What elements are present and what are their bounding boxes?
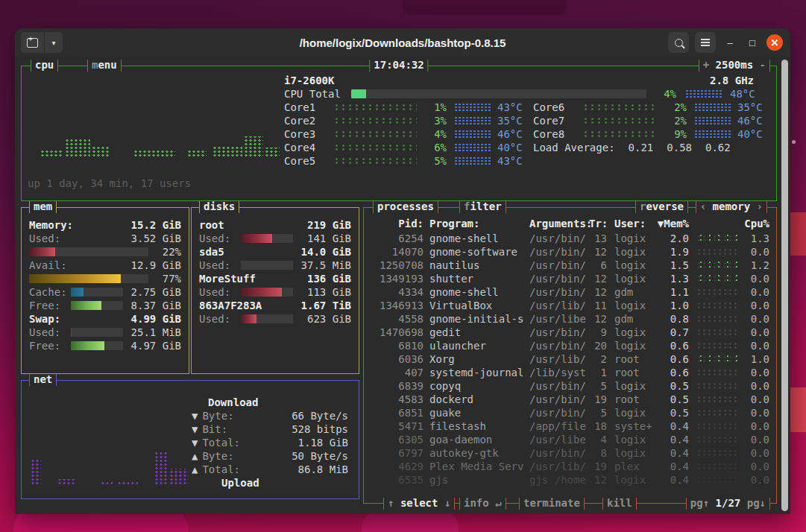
net-box-title: net bbox=[29, 374, 57, 386]
net-row-label: Bit: bbox=[202, 422, 227, 436]
mem-box: mem Memory:15.2 GiB Used:3.52 GiB 22% Av… bbox=[21, 207, 189, 374]
kill-button[interactable]: kill bbox=[602, 498, 637, 510]
process-row[interactable]: 1349193shutter/usr/bin/12logix1.30.0 bbox=[370, 272, 769, 285]
col-cpu[interactable]: Cpu% bbox=[740, 217, 769, 230]
core-temp-graph bbox=[454, 156, 491, 165]
titlebar[interactable]: ▾ /home/logix/Downloads/bashtop-0.8.15 –… bbox=[15, 28, 790, 57]
process-row[interactable]: 14070gnome-software/usr/bin/12logix1.90.… bbox=[370, 245, 769, 259]
minimize-button[interactable]: – bbox=[722, 34, 738, 51]
chevron-down-icon: ▾ bbox=[51, 39, 55, 47]
maximize-button[interactable]: □ bbox=[744, 34, 761, 51]
process-row[interactable]: 6305goa-daemon/usr/libe4logix0.40.0 bbox=[370, 433, 769, 446]
clock: 17:04:32 bbox=[369, 60, 428, 72]
col-mem[interactable]: ▼Mem% bbox=[656, 217, 689, 230]
filter-button[interactable]: filter bbox=[459, 201, 506, 213]
new-tab-button[interactable] bbox=[21, 32, 45, 53]
process-row[interactable]: 1250708nautilus/usr/bin/6logix1.51.2 bbox=[370, 259, 769, 272]
cpu-core-row: Core72%46°C bbox=[533, 114, 770, 127]
terminal-content: cpu menu 17:04:32 + 2500ms - i7-2600K 2 bbox=[15, 57, 790, 514]
mem-swap-label: Swap: bbox=[29, 312, 60, 326]
cpu-core-row: Core34%46°C bbox=[284, 127, 530, 141]
process-row[interactable]: 4334gnome-shell/usr/bin/12gdm1.10.0 bbox=[370, 285, 769, 299]
process-row[interactable]: 6254gnome-shell/usr/bin/13logix2.01.3 bbox=[370, 232, 769, 245]
mem-avail-value: 12.9 GiB bbox=[131, 259, 181, 272]
mem-used-label: Used: bbox=[29, 232, 60, 245]
col-program[interactable]: Program: bbox=[429, 217, 525, 230]
close-button[interactable]: ✕ bbox=[766, 34, 783, 51]
cpu-total-bar bbox=[351, 89, 646, 98]
mem-avail-bar-row: 77% bbox=[29, 272, 181, 285]
cpu-graph-cluster bbox=[244, 136, 263, 157]
disk-name-row: sda514.0 GiB bbox=[199, 245, 351, 259]
download-header: Download bbox=[208, 396, 258, 409]
core-usage-graph bbox=[333, 158, 417, 165]
process-row[interactable]: 6810ulauncher/usr/bin/20logix0.60.0 bbox=[370, 339, 769, 352]
disk-used-row: Used:37.5 MiB bbox=[199, 259, 351, 272]
menu-button[interactable] bbox=[695, 32, 716, 53]
cpu-box: cpu menu 17:04:32 + 2500ms - i7-2600K 2 bbox=[21, 66, 777, 201]
process-row[interactable]: 4583dockerd/usr/bin/19root0.50.0 bbox=[370, 393, 769, 406]
cpu-total-label: CPU Total bbox=[284, 87, 348, 101]
load-average-value: 0.58 bbox=[667, 141, 692, 154]
load-average-row: Load Average:0.210.580.62 bbox=[533, 141, 770, 154]
core-usage-graph bbox=[333, 131, 417, 138]
process-row[interactable]: 5471filestash/app/file18syste+0.40.0 bbox=[370, 419, 769, 433]
process-cpu-graph bbox=[696, 449, 738, 457]
process-row[interactable]: 6535gjsgjs /home12logix0.40.0 bbox=[370, 473, 769, 487]
download-arrow-icon: ▼ bbox=[192, 422, 198, 436]
upload-arrow-icon: ▲ bbox=[192, 463, 198, 476]
process-row[interactable]: 407systemd-journal/lib/syst1root0.60.0 bbox=[370, 366, 769, 379]
cpu-model-row: i7-2600K 2.8 GHz bbox=[284, 74, 754, 87]
col-pid[interactable]: Pid: bbox=[370, 217, 424, 230]
mem-used-bar-row: 22% bbox=[29, 245, 181, 259]
cpu-graph-cluster bbox=[133, 149, 175, 157]
process-row[interactable]: 4558gnome-initial-s/usr/libe12gdm0.80.0 bbox=[370, 312, 769, 326]
net-graph-cluster bbox=[57, 479, 75, 485]
net-row-value: 528 bitps bbox=[292, 422, 348, 436]
process-row[interactable]: 1470698gedit/usr/bin/9logix0.70.0 bbox=[370, 326, 769, 339]
net-graph-cluster bbox=[117, 481, 138, 485]
col-threads[interactable]: Tr: bbox=[589, 217, 607, 230]
process-cpu-graph bbox=[696, 248, 738, 256]
info-button[interactable]: info ↵ bbox=[459, 498, 506, 510]
swap-used-label: Used: bbox=[29, 326, 71, 339]
disk-used-row: Used:141 GiB bbox=[199, 232, 351, 245]
disk-used-bar bbox=[241, 314, 293, 323]
process-row[interactable]: 6851guake/usr/bin/5logix0.50.0 bbox=[370, 406, 769, 419]
process-cpu-graph bbox=[696, 235, 738, 242]
search-button[interactable] bbox=[668, 32, 689, 53]
tab-dropdown-button[interactable]: ▾ bbox=[45, 32, 63, 53]
cpu-core-row: Core55%43°C bbox=[284, 154, 530, 168]
load-average-value: 0.21 bbox=[629, 141, 654, 154]
reverse-button[interactable]: reverse bbox=[635, 201, 688, 213]
cpu-core-row: Core89%40°C bbox=[533, 127, 770, 141]
download-arrow-icon: ▼ bbox=[192, 436, 198, 449]
terminal-scrollbar[interactable] bbox=[781, 60, 788, 511]
cpu-graph-cluster bbox=[40, 150, 63, 157]
process-row[interactable]: 4629Plex Media Serv/usr/lib/19plex0.40.0 bbox=[370, 460, 769, 473]
process-row[interactable]: 6036Xorg/usr/lib/2root0.61.0 bbox=[370, 352, 769, 366]
mem-avail-label: Avail: bbox=[29, 259, 67, 272]
col-user[interactable]: User: bbox=[614, 217, 656, 230]
interval-control[interactable]: + 2500ms - bbox=[699, 60, 770, 72]
cpu-cores-left: Core11%43°CCore23%35°CCore34%46°CCore46%… bbox=[284, 101, 530, 168]
menu-button-bashtop[interactable]: menu bbox=[87, 60, 122, 72]
process-cpu-graph bbox=[696, 342, 738, 349]
core-usage-graph bbox=[333, 118, 417, 124]
terminate-button[interactable]: terminate bbox=[519, 498, 585, 510]
processes-box: processes filter reverse ‹ memory › Pid:… bbox=[363, 207, 777, 504]
process-row[interactable]: 6839copyq/usr/bin/5logix0.50.0 bbox=[370, 379, 769, 393]
mem-memory-label: Memory: bbox=[29, 218, 73, 232]
net-graph-cluster bbox=[31, 458, 41, 485]
sort-selector[interactable]: ‹ memory › bbox=[696, 201, 767, 213]
core-temp-graph bbox=[454, 116, 491, 125]
process-cpu-graph bbox=[696, 396, 738, 403]
disk-used-bar bbox=[241, 261, 293, 270]
process-row[interactable]: 1346913VirtualBox/usr/lib/11logix1.00.0 bbox=[370, 299, 769, 312]
page-control[interactable]: pg↑ 1/27 pg↓ bbox=[686, 498, 770, 510]
disk-used-bar bbox=[241, 288, 293, 297]
select-control[interactable]: ↑ select ↓ bbox=[383, 498, 455, 510]
swap-free-value: 4.97 GiB bbox=[131, 339, 181, 352]
process-row[interactable]: 6797autokey-gtk/usr/bin/8logix0.40.0 bbox=[370, 446, 769, 460]
mem-free-bar bbox=[71, 301, 123, 310]
